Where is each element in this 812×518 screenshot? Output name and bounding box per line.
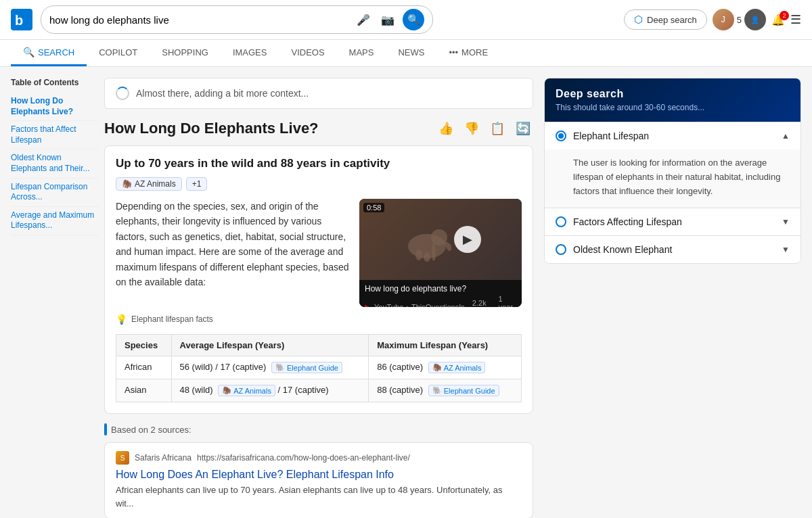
notification-badge: 2: [780, 11, 789, 20]
notifications-button[interactable]: 🔔 2: [771, 14, 785, 26]
nav-item-maps[interactable]: MAPS: [337, 41, 386, 66]
bing-logo: b: [11, 9, 32, 30]
user-avatar[interactable]: J: [713, 9, 734, 30]
nav-videos-label: VIDEOS: [291, 47, 324, 57]
search-input[interactable]: how long do elephants live: [49, 14, 348, 26]
nav-item-more[interactable]: ••• MORE: [436, 41, 500, 66]
toc-item-oldest[interactable]: Oldest Known Elephants and Their...: [11, 149, 99, 178]
accordion-header-factors-affecting[interactable]: Factors Affecting Lifespan ▼: [545, 208, 800, 235]
source-tag-az[interactable]: 🦣 AZ Animals: [116, 177, 182, 191]
max-asian-source-label: Elephant Guide: [444, 387, 495, 395]
logo-area: b: [11, 9, 32, 30]
nav-item-news[interactable]: NEWS: [386, 41, 436, 66]
svg-point-5: [424, 252, 430, 262]
nav-search-label: SEARCH: [38, 47, 74, 57]
table-body: African 56 (wild) / 17 (captive) 🐘 Eleph…: [116, 356, 522, 402]
radio-oldest-known: [556, 244, 566, 255]
video-separator: ›: [406, 303, 409, 307]
mic-button[interactable]: 🎤: [354, 12, 373, 28]
cell-max-asian: 88 (captive) 🐘 Elephant Guide: [369, 379, 522, 402]
toc-label-oldest: Oldest Known Elephants and Their...: [11, 153, 90, 173]
nav-item-search[interactable]: 🔍 SEARCH: [11, 40, 87, 66]
blue-bar: [104, 423, 107, 435]
main-content: Almost there, adding a bit more context.…: [104, 78, 533, 518]
video-info: How long do elephants live? ▶ YouTube › …: [359, 280, 522, 307]
video-dot2: ·: [493, 303, 495, 307]
video-platform: YouTube: [374, 303, 403, 307]
cell-species-asian: Asian: [116, 379, 172, 402]
thumbs-down-button[interactable]: 👎: [461, 118, 482, 139]
accordion-title-oldest-known: Oldest Known Elephant: [573, 244, 672, 255]
accordion-factors-affecting: Factors Affecting Lifespan ▼: [545, 208, 800, 235]
header-right: ⬡ Deep search J 5 👤 🔔 2 ☰: [624, 9, 801, 30]
favicon-letter: S: [120, 454, 125, 462]
avg-african-source-label: Elephant Guide: [287, 364, 338, 372]
video-channel: ThisQuestionsIs: [411, 303, 465, 307]
toc-item-how-long[interactable]: How Long Do Elephants Live?: [11, 93, 99, 121]
lightbulb-icon: 💡: [116, 314, 127, 325]
toc-item-comparison[interactable]: Lifespan Comparison Across...: [11, 179, 99, 207]
accordion-header-elephant-lifespan[interactable]: Elephant Lifespan ▲: [545, 122, 800, 149]
source-tag-extra[interactable]: +1: [186, 177, 208, 191]
svg-point-4: [415, 250, 422, 260]
video-views: 2.2k views: [472, 299, 491, 307]
nav-item-copilot[interactable]: COPILOT: [87, 41, 150, 66]
toc-item-factors[interactable]: Factors that Affect Lifespan: [11, 121, 99, 149]
youtube-icon: ▶: [365, 302, 371, 308]
secondary-avatar[interactable]: 👤: [744, 9, 766, 30]
accordion-header-oldest-known[interactable]: Oldest Known Elephant ▼: [545, 236, 800, 263]
search-button[interactable]: 🔍: [403, 9, 424, 30]
copy-button[interactable]: 📋: [487, 118, 508, 139]
article-body-flex: Depending on the species, sex, and origi…: [116, 199, 522, 307]
toc-label-factors: Factors that Affect Lifespan: [11, 124, 76, 145]
lifespan-table: Species Average Lifespan (Years) Maximum…: [116, 334, 522, 402]
avg-african-value: 56 (wild) / 17 (captive): [180, 362, 267, 372]
avatar-group: J 5 👤: [713, 9, 766, 30]
nav-item-images[interactable]: IMAGES: [221, 41, 279, 66]
accordion-title-factors-affecting: Factors Affecting Lifespan: [573, 216, 682, 227]
max-asian-value: 88 (captive): [377, 385, 423, 395]
thumbs-up-button[interactable]: 👍: [436, 118, 456, 139]
nav-more-label: MORE: [461, 47, 488, 57]
max-asian-source[interactable]: 🐘 Elephant Guide: [428, 385, 499, 396]
video-thumb-bg: 0:58 ▶: [359, 199, 522, 280]
nav-item-shopping[interactable]: SHOPPING: [150, 41, 221, 66]
avg-asian-source-label: AZ Animals: [233, 387, 271, 395]
elephant-fact: 💡 Elephant lifespan facts: [116, 314, 522, 325]
video-meta: ▶ YouTube › ThisQuestionsIs · 2.2k views…: [365, 295, 516, 307]
play-button[interactable]: ▶: [454, 226, 481, 253]
deep-search-panel: Deep search This should take around 30-6…: [544, 78, 801, 264]
toc-item-average[interactable]: Average and Maximum Lifespans...: [11, 207, 99, 235]
article-box: Up to 70 years in the wild and 88 years …: [104, 145, 533, 414]
avg-african-source[interactable]: 🐘 Elephant Guide: [271, 362, 342, 373]
sources-bar: Based on 2 sources:: [104, 423, 533, 435]
avg-asian-source[interactable]: 🦣 AZ Animals: [218, 385, 275, 396]
refresh-button[interactable]: 🔄: [513, 118, 533, 139]
video-age: 1 year ago: [498, 295, 516, 307]
max-african-source[interactable]: 🦣 AZ Animals: [428, 362, 486, 373]
page-title: How Long Do Elephants Live?: [104, 120, 319, 137]
camera-button[interactable]: 📷: [378, 12, 397, 28]
nav-item-videos[interactable]: VIDEOS: [279, 41, 336, 66]
accordion-oldest-known: Oldest Known Elephant ▼: [545, 235, 800, 263]
article-header: How Long Do Elephants Live? 👍 👎 📋 🔄: [104, 118, 533, 139]
video-duration: 0:58: [363, 203, 384, 212]
article-body-text: Depending on the species, sex, and origi…: [116, 199, 350, 307]
source-tags: 🦣 AZ Animals +1: [116, 177, 522, 191]
avatar-initials: J: [721, 15, 725, 24]
thumbs-down-icon: 👎: [464, 122, 479, 135]
table-header-row: Species Average Lifespan (Years) Maximum…: [116, 335, 522, 356]
deep-search-header: Deep search This should take around 30-6…: [545, 78, 800, 122]
radio-factors-affecting: [556, 216, 566, 227]
right-panel: Deep search This should take around 30-6…: [544, 78, 801, 518]
menu-button[interactable]: ☰: [790, 12, 801, 27]
loading-text: Almost there, adding a bit more context.…: [136, 88, 309, 99]
elephant-silhouette: [400, 216, 454, 263]
video-thumbnail[interactable]: 0:58 ▶ How long do elepha: [359, 199, 522, 307]
accordion-header-left: Elephant Lifespan: [556, 131, 649, 141]
deep-search-button[interactable]: ⬡ Deep search: [624, 9, 707, 30]
source-link-title[interactable]: How Long Does An Elephant Live? Elephant…: [116, 469, 522, 481]
hamburger-icon: ☰: [790, 13, 801, 26]
avg-asian-value: 48 (wild): [180, 385, 213, 395]
elephant-fact-text: Elephant lifespan facts: [131, 314, 213, 324]
